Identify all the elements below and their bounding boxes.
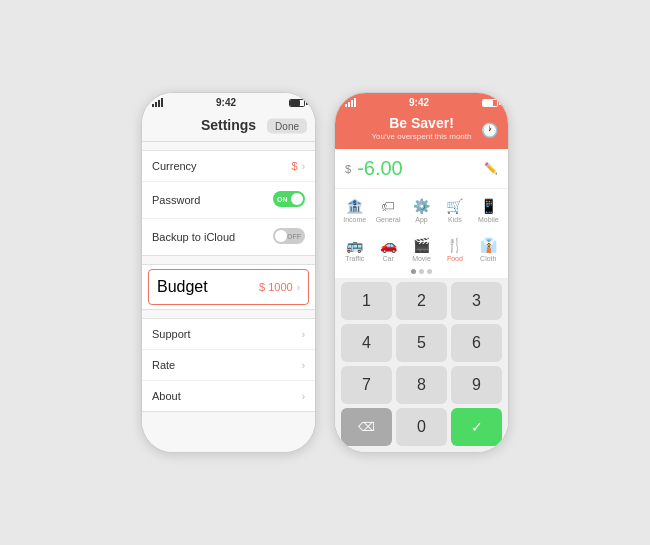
app-header: Be Saver! You've overspent this month 🕐	[335, 111, 508, 149]
currency-symbol: $	[345, 163, 351, 175]
about-row[interactable]: About ›	[142, 381, 315, 411]
rate-chevron-icon: ›	[302, 360, 305, 371]
currency-row[interactable]: Currency $ ›	[142, 151, 315, 182]
backup-toggle[interactable]: OFF	[273, 228, 305, 246]
about-chevron-icon: ›	[302, 391, 305, 402]
done-button[interactable]: Done	[267, 119, 307, 134]
support-row[interactable]: Support ›	[142, 319, 315, 350]
chevron-icon: ›	[302, 161, 305, 172]
page-dot-2	[419, 269, 424, 274]
settings-section-1: Currency $ › Password ON Backup to iClou…	[142, 150, 315, 256]
currency-value: $	[292, 160, 298, 172]
numpad-0[interactable]: 0	[396, 408, 447, 446]
mobile-icon: 📱	[480, 198, 497, 214]
rate-row[interactable]: Rate ›	[142, 350, 315, 381]
password-row[interactable]: Password ON	[142, 182, 315, 219]
food-icon: 🍴	[446, 237, 463, 253]
amount-value: -6.00	[357, 157, 484, 180]
movie-icon: 🎬	[413, 237, 430, 253]
battery-icon	[289, 99, 305, 107]
traffic-icon: 🚌	[346, 237, 363, 253]
toggle-off-icon[interactable]: OFF	[273, 228, 305, 244]
support-chevron-icon: ›	[302, 329, 305, 340]
category-app[interactable]: ⚙️ App	[406, 195, 437, 226]
password-label: Password	[152, 194, 273, 206]
category-movie[interactable]: 🎬 Movie	[406, 234, 437, 265]
backup-row[interactable]: Backup to iCloud OFF	[142, 219, 315, 255]
right-status-bar: 9:42	[335, 93, 508, 111]
cloth-label: Cloth	[480, 255, 496, 262]
toggle-on-icon[interactable]: ON	[273, 191, 305, 207]
general-icon: 🏷	[381, 198, 395, 214]
backup-label: Backup to iCloud	[152, 231, 273, 243]
left-status-bar: 9:42	[142, 93, 315, 111]
traffic-label: Traffic	[345, 255, 364, 262]
numpad-4[interactable]: 4	[341, 324, 392, 362]
app-label: App	[415, 216, 427, 223]
numpad-1[interactable]: 1	[341, 282, 392, 320]
numpad-confirm[interactable]: ✓	[451, 408, 502, 446]
settings-header: Settings Done	[142, 111, 315, 142]
numpad-8[interactable]: 8	[396, 366, 447, 404]
car-icon: 🚗	[380, 237, 397, 253]
income-icon: 🏦	[346, 198, 363, 214]
budget-row[interactable]: Budget $ 1000 ›	[148, 269, 309, 305]
kids-label: Kids	[448, 216, 462, 223]
category-food[interactable]: 🍴 Food	[439, 234, 470, 265]
amount-bar: $ -6.00 ✏️	[335, 149, 508, 189]
settings-section-2: Support › Rate › About ›	[142, 318, 315, 412]
right-signal-icon	[345, 98, 356, 107]
cloth-icon: 👔	[480, 237, 497, 253]
numpad-3[interactable]: 3	[451, 282, 502, 320]
clock-icon[interactable]: 🕐	[481, 122, 498, 138]
status-time: 9:42	[216, 97, 236, 108]
settings-list: Currency $ › Password ON Backup to iClou…	[142, 142, 315, 452]
right-status-time: 9:42	[409, 97, 429, 108]
right-battery-icon	[482, 99, 498, 107]
mobile-label: Mobile	[478, 216, 499, 223]
kids-icon: 🛒	[446, 198, 463, 214]
signal-icon	[152, 98, 163, 107]
about-label: About	[152, 390, 302, 402]
numpad-delete[interactable]: ⌫	[341, 408, 392, 446]
category-income[interactable]: 🏦 Income	[339, 195, 370, 226]
income-label: Income	[343, 216, 366, 223]
budget-label: Budget	[157, 278, 259, 296]
category-general[interactable]: 🏷 General	[372, 195, 403, 226]
numpad-5[interactable]: 5	[396, 324, 447, 362]
currency-label: Currency	[152, 160, 292, 172]
screenshot-container: 9:42 Settings Done Currency $ › Pa	[121, 72, 529, 473]
budget-chevron-icon: ›	[297, 282, 300, 293]
category-grid-row2: 🚌 Traffic 🚗 Car 🎬 Movie 🍴 Food 👔 Cloth	[335, 228, 508, 267]
car-label: Car	[382, 255, 393, 262]
page-dot-1	[411, 269, 416, 274]
category-mobile[interactable]: 📱 Mobile	[473, 195, 504, 226]
edit-icon[interactable]: ✏️	[484, 162, 498, 175]
right-phone: 9:42 Be Saver! You've overspent this mon…	[334, 92, 509, 453]
numpad-2[interactable]: 2	[396, 282, 447, 320]
page-dot-3	[427, 269, 432, 274]
left-phone: 9:42 Settings Done Currency $ › Pa	[141, 92, 316, 453]
movie-label: Movie	[412, 255, 431, 262]
category-cloth[interactable]: 👔 Cloth	[473, 234, 504, 265]
toggle-off-label: OFF	[287, 233, 301, 240]
category-car[interactable]: 🚗 Car	[372, 234, 403, 265]
numpad-6[interactable]: 6	[451, 324, 502, 362]
app-subtitle: You've overspent this month	[345, 132, 498, 141]
numpad-7[interactable]: 7	[341, 366, 392, 404]
category-traffic[interactable]: 🚌 Traffic	[339, 234, 370, 265]
page-dots	[335, 267, 508, 278]
support-label: Support	[152, 328, 302, 340]
food-label: Food	[447, 255, 463, 262]
general-label: General	[376, 216, 401, 223]
app-title: Be Saver!	[345, 115, 498, 131]
password-toggle[interactable]: ON	[273, 191, 305, 209]
budget-section: Budget $ 1000 ›	[142, 264, 315, 310]
rate-label: Rate	[152, 359, 302, 371]
category-grid-row1: 🏦 Income 🏷 General ⚙️ App 🛒 Kids 📱 Mobil…	[335, 189, 508, 228]
toggle-on-label: ON	[277, 196, 288, 203]
budget-value: $ 1000	[259, 281, 293, 293]
numpad-9[interactable]: 9	[451, 366, 502, 404]
numpad: 1 2 3 4 5 6 7 8 9 ⌫ 0 ✓	[335, 278, 508, 452]
category-kids[interactable]: 🛒 Kids	[439, 195, 470, 226]
